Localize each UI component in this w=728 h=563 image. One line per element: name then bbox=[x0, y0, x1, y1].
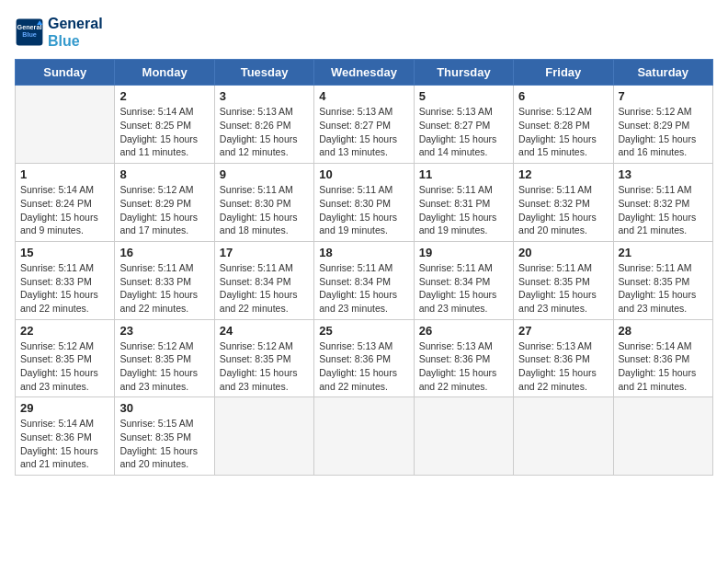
calendar-cell: 10Sunrise: 5:11 AMSunset: 8:30 PMDayligh… bbox=[314, 164, 414, 242]
day-number: 30 bbox=[119, 401, 209, 415]
cell-info: Sunrise: 5:11 AMSunset: 8:35 PMDaylight:… bbox=[518, 261, 608, 316]
day-number: 23 bbox=[119, 324, 209, 338]
calendar-cell bbox=[314, 397, 414, 476]
day-number: 28 bbox=[619, 324, 708, 338]
day-number: 17 bbox=[220, 246, 309, 259]
calendar-cell: 18Sunrise: 5:11 AMSunset: 8:34 PMDayligh… bbox=[314, 241, 414, 319]
cell-info: Sunrise: 5:11 AMSunset: 8:32 PMDaylight:… bbox=[619, 183, 708, 237]
logo-text: General Blue bbox=[48, 15, 103, 50]
calendar-cell: 12Sunrise: 5:11 AMSunset: 8:32 PMDayligh… bbox=[514, 164, 613, 242]
calendar-cell: 11Sunrise: 5:11 AMSunset: 8:31 PMDayligh… bbox=[414, 164, 513, 242]
logo: General Blue General Blue bbox=[15, 15, 103, 50]
day-number: 21 bbox=[619, 246, 708, 259]
cell-info: Sunrise: 5:14 AMSunset: 8:25 PMDaylight:… bbox=[119, 105, 209, 159]
day-number: 22 bbox=[20, 324, 109, 338]
cell-info: Sunrise: 5:12 AMSunset: 8:28 PMDaylight:… bbox=[518, 105, 608, 159]
cell-info: Sunrise: 5:13 AMSunset: 8:27 PMDaylight:… bbox=[419, 105, 508, 159]
calendar-cell: 22Sunrise: 5:12 AMSunset: 8:35 PMDayligh… bbox=[16, 319, 115, 397]
cell-info: Sunrise: 5:12 AMSunset: 8:35 PMDaylight:… bbox=[20, 339, 109, 394]
weekday-header-saturday: Saturday bbox=[613, 60, 712, 86]
calendar-header: SundayMondayTuesdayWednesdayThursdayFrid… bbox=[16, 60, 713, 86]
weekday-header-sunday: Sunday bbox=[16, 60, 115, 86]
cell-info: Sunrise: 5:13 AMSunset: 8:26 PMDaylight:… bbox=[220, 105, 309, 159]
day-number: 15 bbox=[20, 246, 109, 259]
calendar-cell: 24Sunrise: 5:12 AMSunset: 8:35 PMDayligh… bbox=[214, 319, 313, 397]
calendar-cell: 9Sunrise: 5:11 AMSunset: 8:30 PMDaylight… bbox=[214, 164, 313, 242]
day-number: 6 bbox=[518, 89, 608, 103]
day-number: 4 bbox=[319, 89, 408, 103]
day-number: 2 bbox=[119, 89, 209, 103]
day-number: 12 bbox=[518, 167, 608, 181]
cell-info: Sunrise: 5:11 AMSunset: 8:30 PMDaylight:… bbox=[220, 183, 309, 237]
calendar-week-row: 2Sunrise: 5:14 AMSunset: 8:25 PMDaylight… bbox=[16, 86, 713, 164]
cell-info: Sunrise: 5:12 AMSunset: 8:29 PMDaylight:… bbox=[119, 183, 209, 237]
cell-info: Sunrise: 5:13 AMSunset: 8:36 PMDaylight:… bbox=[518, 339, 608, 394]
cell-info: Sunrise: 5:11 AMSunset: 8:30 PMDaylight:… bbox=[319, 183, 408, 237]
cell-info: Sunrise: 5:11 AMSunset: 8:35 PMDaylight:… bbox=[619, 261, 708, 316]
calendar-cell: 13Sunrise: 5:11 AMSunset: 8:32 PMDayligh… bbox=[613, 164, 712, 242]
calendar-cell: 23Sunrise: 5:12 AMSunset: 8:35 PMDayligh… bbox=[115, 319, 214, 397]
calendar-cell: 30Sunrise: 5:15 AMSunset: 8:35 PMDayligh… bbox=[115, 397, 214, 476]
calendar-cell bbox=[414, 397, 513, 476]
calendar-cell: 16Sunrise: 5:11 AMSunset: 8:33 PMDayligh… bbox=[115, 241, 214, 319]
calendar-cell: 27Sunrise: 5:13 AMSunset: 8:36 PMDayligh… bbox=[514, 319, 613, 397]
day-number: 24 bbox=[220, 324, 309, 338]
day-number: 19 bbox=[419, 246, 508, 259]
cell-info: Sunrise: 5:11 AMSunset: 8:33 PMDaylight:… bbox=[20, 261, 109, 316]
calendar-cell: 28Sunrise: 5:14 AMSunset: 8:36 PMDayligh… bbox=[613, 319, 712, 397]
calendar-cell: 5Sunrise: 5:13 AMSunset: 8:27 PMDaylight… bbox=[414, 86, 513, 164]
calendar-cell: 19Sunrise: 5:11 AMSunset: 8:34 PMDayligh… bbox=[414, 241, 513, 319]
calendar-cell: 8Sunrise: 5:12 AMSunset: 8:29 PMDaylight… bbox=[115, 164, 214, 242]
calendar-week-row: 22Sunrise: 5:12 AMSunset: 8:35 PMDayligh… bbox=[16, 319, 713, 397]
calendar-cell: 3Sunrise: 5:13 AMSunset: 8:26 PMDaylight… bbox=[214, 86, 313, 164]
calendar-cell bbox=[613, 397, 712, 476]
calendar-week-row: 15Sunrise: 5:11 AMSunset: 8:33 PMDayligh… bbox=[16, 241, 713, 319]
day-number: 5 bbox=[419, 89, 508, 103]
day-number: 10 bbox=[319, 167, 408, 181]
day-number: 26 bbox=[419, 324, 508, 338]
calendar-cell bbox=[16, 86, 115, 164]
day-number: 3 bbox=[220, 89, 309, 103]
calendar-cell: 25Sunrise: 5:13 AMSunset: 8:36 PMDayligh… bbox=[314, 319, 414, 397]
calendar-cell: 6Sunrise: 5:12 AMSunset: 8:28 PMDaylight… bbox=[514, 86, 613, 164]
calendar-cell: 7Sunrise: 5:12 AMSunset: 8:29 PMDaylight… bbox=[613, 86, 712, 164]
day-number: 7 bbox=[619, 89, 708, 103]
svg-text:Blue: Blue bbox=[22, 30, 37, 39]
cell-info: Sunrise: 5:12 AMSunset: 8:29 PMDaylight:… bbox=[619, 105, 708, 159]
cell-info: Sunrise: 5:14 AMSunset: 8:36 PMDaylight:… bbox=[20, 417, 109, 471]
logo-icon: General Blue bbox=[15, 17, 44, 47]
cell-info: Sunrise: 5:12 AMSunset: 8:35 PMDaylight:… bbox=[119, 339, 209, 394]
calendar-cell bbox=[514, 397, 613, 476]
cell-info: Sunrise: 5:14 AMSunset: 8:36 PMDaylight:… bbox=[619, 339, 708, 394]
day-number: 25 bbox=[319, 324, 408, 338]
calendar-week-row: 29Sunrise: 5:14 AMSunset: 8:36 PMDayligh… bbox=[16, 397, 713, 476]
calendar-cell: 20Sunrise: 5:11 AMSunset: 8:35 PMDayligh… bbox=[514, 241, 613, 319]
day-number: 1 bbox=[20, 167, 109, 181]
cell-info: Sunrise: 5:14 AMSunset: 8:24 PMDaylight:… bbox=[20, 183, 109, 237]
cell-info: Sunrise: 5:13 AMSunset: 8:27 PMDaylight:… bbox=[319, 105, 408, 159]
calendar-cell: 2Sunrise: 5:14 AMSunset: 8:25 PMDaylight… bbox=[115, 86, 214, 164]
day-number: 18 bbox=[319, 246, 408, 259]
header: General Blue General Blue bbox=[15, 15, 713, 50]
day-number: 16 bbox=[119, 246, 209, 259]
cell-info: Sunrise: 5:11 AMSunset: 8:31 PMDaylight:… bbox=[419, 183, 508, 237]
day-number: 11 bbox=[419, 167, 508, 181]
cell-info: Sunrise: 5:11 AMSunset: 8:32 PMDaylight:… bbox=[518, 183, 608, 237]
cell-info: Sunrise: 5:15 AMSunset: 8:35 PMDaylight:… bbox=[119, 417, 209, 471]
weekday-header-friday: Friday bbox=[514, 60, 613, 86]
calendar-table: SundayMondayTuesdayWednesdayThursdayFrid… bbox=[15, 59, 713, 476]
cell-info: Sunrise: 5:13 AMSunset: 8:36 PMDaylight:… bbox=[319, 339, 408, 394]
calendar-body: 2Sunrise: 5:14 AMSunset: 8:25 PMDaylight… bbox=[16, 86, 713, 476]
calendar-cell: 26Sunrise: 5:13 AMSunset: 8:36 PMDayligh… bbox=[414, 319, 513, 397]
weekday-header-thursday: Thursday bbox=[414, 60, 513, 86]
calendar-cell: 29Sunrise: 5:14 AMSunset: 8:36 PMDayligh… bbox=[16, 397, 115, 476]
calendar-cell: 4Sunrise: 5:13 AMSunset: 8:27 PMDaylight… bbox=[314, 86, 414, 164]
weekday-header-monday: Monday bbox=[115, 60, 214, 86]
weekday-header-row: SundayMondayTuesdayWednesdayThursdayFrid… bbox=[16, 60, 713, 86]
day-number: 27 bbox=[518, 324, 608, 338]
calendar-week-row: 1Sunrise: 5:14 AMSunset: 8:24 PMDaylight… bbox=[16, 164, 713, 242]
cell-info: Sunrise: 5:11 AMSunset: 8:34 PMDaylight:… bbox=[319, 261, 408, 316]
day-number: 9 bbox=[220, 167, 309, 181]
cell-info: Sunrise: 5:11 AMSunset: 8:34 PMDaylight:… bbox=[220, 261, 309, 316]
weekday-header-wednesday: Wednesday bbox=[314, 60, 414, 86]
